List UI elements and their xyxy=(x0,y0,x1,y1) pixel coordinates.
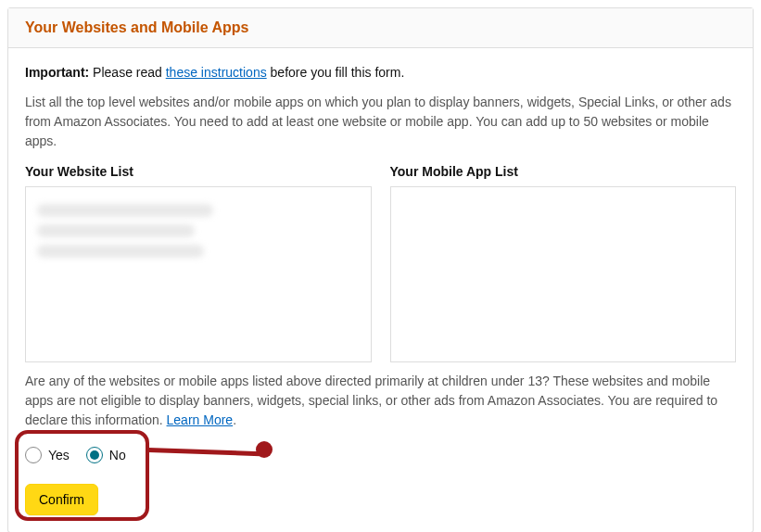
coppa-question: Are any of the websites or mobile apps l… xyxy=(25,372,736,430)
list-item xyxy=(37,224,195,237)
radio-circle-icon xyxy=(25,447,42,463)
website-list-label: Your Website List xyxy=(25,164,372,179)
question-text: Are any of the websites or mobile apps l… xyxy=(25,374,717,427)
radio-no-label: No xyxy=(109,448,126,462)
radio-no[interactable]: No xyxy=(86,447,126,463)
website-column: Your Website List xyxy=(25,164,372,362)
confirm-button[interactable]: Confirm xyxy=(25,484,98,515)
radio-yes-label: Yes xyxy=(48,448,70,462)
description-text: List all the top level websites and/or m… xyxy=(25,93,736,151)
mobile-list-box[interactable] xyxy=(390,186,737,362)
radio-group: Yes No xyxy=(25,447,736,463)
radio-yes[interactable]: Yes xyxy=(25,447,70,463)
important-line: Important: Please read these instruction… xyxy=(25,65,736,80)
panel: Your Websites and Mobile Apps Important:… xyxy=(7,7,754,532)
radio-circle-selected-icon xyxy=(86,447,103,463)
list-item xyxy=(37,204,213,217)
learn-more-link[interactable]: Learn More xyxy=(167,412,234,427)
mobile-list-label: Your Mobile App List xyxy=(390,164,737,179)
important-prefix: Please read xyxy=(89,65,166,80)
panel-title: Your Websites and Mobile Apps xyxy=(25,19,249,35)
important-label: Important: xyxy=(25,65,89,80)
important-suffix: before you fill this form. xyxy=(267,65,405,80)
mobile-column: Your Mobile App List xyxy=(390,164,737,362)
panel-header: Your Websites and Mobile Apps xyxy=(8,8,753,48)
list-item xyxy=(37,245,204,258)
website-list-box[interactable] xyxy=(25,186,372,362)
list-columns: Your Website List Your Mobile App List xyxy=(25,164,736,362)
instructions-link[interactable]: these instructions xyxy=(166,65,267,80)
panel-body: Important: Please read these instruction… xyxy=(8,48,753,532)
question-period: . xyxy=(233,412,236,427)
radio-dot-icon xyxy=(90,450,99,460)
